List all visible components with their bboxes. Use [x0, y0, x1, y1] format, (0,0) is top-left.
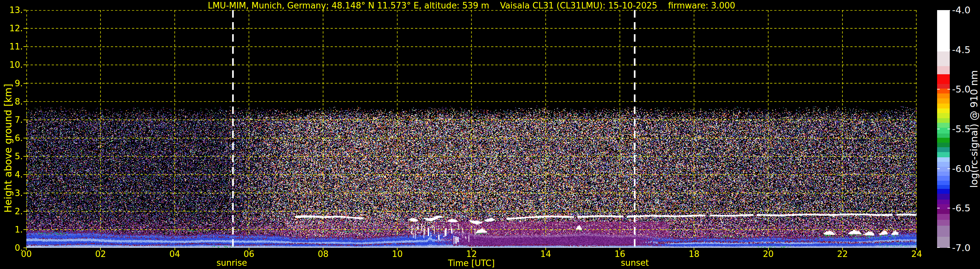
- y-tick-label: 7.: [3, 115, 23, 125]
- y-tick-mark: [24, 211, 26, 212]
- colorbar-tick-mark: [937, 10, 940, 11]
- x-tick-label: 04: [165, 250, 185, 259]
- colorbar-tick-mark: [948, 10, 950, 11]
- x-tick-label: 22: [833, 250, 852, 259]
- x-tick-mark: [916, 248, 917, 250]
- y-tick-label: 10.: [3, 60, 23, 69]
- x-tick-label: 10: [387, 250, 407, 259]
- colorbar-tick-mark: [948, 89, 950, 90]
- x-tick-label: 18: [684, 250, 704, 259]
- y-tick-mark: [24, 174, 26, 175]
- x-tick-label: 02: [91, 250, 110, 259]
- colorbar-tick-label: -6.5: [952, 203, 978, 213]
- colorbar-tick-mark: [948, 50, 950, 50]
- colorbar-tick-label: -4.0: [952, 5, 978, 15]
- x-tick-label: 08: [313, 250, 333, 259]
- plot-area: [26, 10, 916, 248]
- colorbar-tick-mark: [937, 89, 940, 90]
- x-tick-label: 24: [907, 250, 926, 259]
- colorbar-tick-mark: [948, 168, 950, 169]
- y-tick-mark: [24, 46, 26, 47]
- x-tick-mark: [546, 248, 546, 250]
- y-tick-mark: [24, 120, 26, 120]
- y-tick-label: 5.: [3, 152, 23, 161]
- x-tick-label: 12: [462, 250, 481, 259]
- chart-title: LMU-MIM, Munich, Germany; 48.148° N 11.5…: [26, 1, 916, 10]
- y-tick-label: 9.: [3, 79, 23, 88]
- y-tick-label: 2.: [3, 207, 23, 216]
- y-tick-mark: [24, 156, 26, 157]
- sunrise-label: sunrise: [206, 258, 258, 267]
- colorbar-tick-mark: [937, 168, 940, 169]
- x-tick-mark: [175, 248, 175, 250]
- sunset-label: sunset: [609, 258, 661, 267]
- x-tick-mark: [26, 248, 27, 250]
- x-tick-mark: [694, 248, 694, 250]
- y-tick-label: 6.: [3, 133, 23, 143]
- y-tick-label: 13.: [3, 6, 23, 14]
- y-tick-label: 4.: [3, 170, 23, 179]
- y-tick-mark: [24, 229, 26, 230]
- y-tick-label: 11.: [3, 42, 23, 51]
- y-tick-label: 3.: [3, 189, 23, 198]
- x-tick-mark: [397, 248, 398, 250]
- y-tick-mark: [24, 64, 26, 65]
- x-tick-mark: [249, 248, 249, 250]
- colorbar-tick-label: -4.5: [952, 45, 978, 55]
- x-tick-label: 00: [17, 250, 36, 259]
- y-tick-mark: [24, 138, 26, 138]
- y-tick-label: 12.: [3, 24, 23, 33]
- y-tick-label: 1.: [3, 225, 23, 234]
- y-tick-mark: [24, 10, 26, 10]
- x-tick-mark: [100, 248, 101, 250]
- colorbar-tick-mark: [948, 208, 950, 208]
- x-tick-mark: [323, 248, 323, 250]
- colorbar-label: log(rc-signal) @ 910 nm: [968, 70, 980, 188]
- colorbar-tick-mark: [937, 50, 940, 50]
- colorbar-tick-mark: [937, 247, 940, 248]
- x-tick-mark: [768, 248, 769, 250]
- y-tick-mark: [24, 101, 26, 102]
- x-tick-label: 06: [239, 250, 259, 259]
- x-tick-label: 16: [610, 250, 630, 259]
- colorbar-tick-mark: [948, 129, 950, 129]
- colorbar-tick-mark: [948, 247, 950, 248]
- colorbar-tick-label: -7.0: [952, 243, 978, 253]
- ceilometer-quicklook-page: { "title": {"text": "LMU-MIM, Munich, Ge…: [0, 0, 980, 269]
- colorbar-tick-mark: [937, 208, 940, 208]
- y-tick-label: 8.: [3, 97, 23, 106]
- y-tick-mark: [24, 83, 26, 84]
- y-tick-mark: [24, 28, 26, 29]
- heatmap-canvas: [26, 10, 916, 248]
- x-tick-label: 20: [759, 250, 778, 259]
- colorbar-tick-mark: [937, 129, 940, 129]
- x-tick-label: 14: [536, 250, 555, 259]
- x-tick-mark: [619, 248, 620, 250]
- x-tick-mark: [842, 248, 843, 250]
- y-tick-mark: [24, 193, 26, 194]
- x-tick-mark: [471, 248, 472, 250]
- x-axis-label: Time [UTC]: [445, 258, 497, 268]
